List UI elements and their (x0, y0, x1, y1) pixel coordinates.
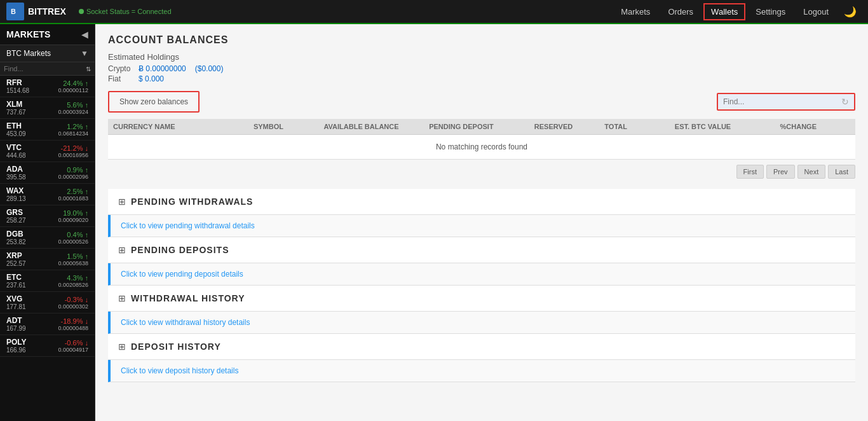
sidebar-item-grs[interactable]: GRS 258.27 19.0% ↑ 0.00009020 (0, 205, 95, 227)
section-expand-icon: ⊞ (118, 197, 126, 207)
section-header-withdrawal-history[interactable]: ⊞ WITHDRAWAL HISTORY (108, 286, 855, 312)
next-page-button[interactable]: Next (797, 165, 826, 179)
market-change: 2.5% ↑ (58, 188, 88, 195)
sidebar-item-eth[interactable]: ETH 453.09 1.2% ↑ 0.06814234 (0, 119, 95, 141)
market-change: 1.2% ↑ (58, 123, 88, 130)
sidebar-item-poly[interactable]: POLY 166.96 -0.6% ↓ 0.00004917 (0, 335, 95, 357)
col-symbol: SYMBOL (254, 123, 323, 130)
market-name: ADT (6, 316, 26, 325)
sidebar-item-ada[interactable]: ADA 395.58 0.9% ↑ 0.00002096 (0, 162, 95, 184)
market-price: 166.96 (6, 347, 27, 354)
show-zero-balances-button[interactable]: Show zero balances (108, 91, 200, 113)
col-available-balance: AVAILABLE BALANCE (323, 123, 429, 130)
sidebar-header: MARKETS ◀ (0, 24, 95, 45)
section-header-deposit-history[interactable]: ⊞ DEPOSIT HISTORY (108, 334, 855, 360)
market-price: 395.58 (6, 174, 26, 181)
section-deposit-history: ⊞ DEPOSIT HISTORY Click to view deposit … (108, 334, 855, 382)
section-expand-icon: ⊞ (118, 293, 126, 303)
market-change: 24.4% ↑ (58, 79, 88, 87)
crypto-usd-value: ($0.000) (195, 64, 224, 73)
section-body-pending-withdrawals[interactable]: Click to view pending withdrawal details (108, 215, 855, 237)
toolbar-row: Show zero balances ↻ (108, 91, 855, 113)
sidebar-item-xrp[interactable]: XRP 252.57 1.5% ↑ 0.00005638 (0, 249, 95, 270)
sidebar-item-vtc[interactable]: VTC 444.68 -21.2% ↓ 0.00016956 (0, 141, 95, 162)
nav-wallets[interactable]: Wallets (703, 3, 745, 20)
section-title-withdrawal-history: WITHDRAWAL HISTORY (131, 293, 245, 303)
nav-markets[interactable]: Markets (613, 3, 658, 20)
market-change: 19.0% ↑ (58, 209, 88, 217)
main-layout: MARKETS ◀ BTC Markets ▼ ⇅ RFR 1514.68 24… (0, 24, 868, 421)
market-btc: 0.00002096 (58, 174, 88, 180)
market-selector-arrow-icon: ▼ (81, 49, 88, 58)
section-title-deposit-history: DEPOSIT HISTORY (131, 342, 221, 352)
sidebar-item-rfr[interactable]: RFR 1514.68 24.4% ↑ 0.00000112 (0, 76, 95, 97)
col-reserved: RESERVED (534, 123, 604, 130)
sidebar-item-xvg[interactable]: XVG 177.81 -0.3% ↓ 0.00000302 (0, 292, 95, 314)
section-pending-deposits: ⊞ PENDING DEPOSITS Click to view pending… (108, 237, 855, 286)
market-btc: 0.00000526 (58, 238, 88, 245)
first-page-button[interactable]: First (736, 165, 764, 179)
theme-toggle-icon[interactable]: 🌙 (839, 6, 862, 18)
sidebar-search-arrow-icon[interactable]: ⇅ (86, 66, 91, 72)
market-price: 444.68 (6, 152, 26, 159)
market-btc: 0.00004917 (58, 347, 88, 353)
wallet-search-input[interactable] (723, 97, 837, 106)
sidebar-item-xlm[interactable]: XLM 737.67 5.6% ↑ 0.00003924 (0, 97, 95, 119)
crypto-btc-value: Ƀ 0.00000000 (139, 64, 186, 73)
sidebar-item-adt[interactable]: ADT 167.99 -18.9% ↓ 0.00000488 (0, 314, 95, 335)
market-selector[interactable]: BTC Markets ▼ (0, 45, 95, 62)
section-title-pending-deposits: PENDING DEPOSITS (131, 245, 229, 255)
section-header-pending-withdrawals[interactable]: ⊞ PENDING WITHDRAWALS (108, 189, 855, 215)
section-title-pending-withdrawals: PENDING WITHDRAWALS (131, 197, 253, 207)
section-header-pending-deposits[interactable]: ⊞ PENDING DEPOSITS (108, 237, 855, 263)
market-name: XLM (6, 100, 26, 109)
balances-table: CURRENCY NAME SYMBOL AVAILABLE BALANCE P… (108, 119, 855, 160)
market-selector-label: BTC Markets (6, 49, 51, 58)
sidebar-collapse-btn[interactable]: ◀ (81, 29, 88, 39)
sidebar-item-etc[interactable]: ETC 237.61 4.3% ↑ 0.00208526 (0, 270, 95, 292)
market-name: WAX (6, 186, 26, 195)
section-withdrawal-history: ⊞ WITHDRAWAL HISTORY Click to view withd… (108, 286, 855, 334)
sidebar-search-input[interactable] (4, 65, 86, 72)
market-name: ADA (6, 165, 26, 174)
fiat-value: $ 0.000 (139, 74, 164, 83)
table-header: CURRENCY NAME SYMBOL AVAILABLE BALANCE P… (108, 119, 855, 135)
market-price: 177.81 (6, 303, 26, 310)
market-btc: 0.00005638 (58, 260, 88, 266)
col-pct-change: %CHANGE (780, 123, 850, 130)
market-btc: 0.00009020 (58, 217, 88, 223)
market-price: 258.27 (6, 217, 26, 224)
sidebar-item-wax[interactable]: WAX 289.13 2.5% ↑ 0.00001683 (0, 184, 95, 205)
last-page-button[interactable]: Last (828, 165, 855, 179)
fiat-row: Fiat $ 0.000 (108, 74, 855, 83)
pagination: First Prev Next Last (108, 165, 855, 179)
col-total: TOTAL (604, 123, 674, 130)
prev-page-button[interactable]: Prev (766, 165, 795, 179)
market-name: XRP (6, 251, 26, 260)
market-price: 737.67 (6, 109, 26, 116)
market-change: -0.3% ↓ (58, 296, 88, 303)
wallet-search-area: ↻ (717, 93, 855, 111)
market-name: POLY (6, 338, 27, 347)
market-name: ETH (6, 121, 26, 130)
market-change: -18.9% ↓ (58, 317, 88, 325)
market-name: DGB (6, 230, 26, 238)
section-body-pending-deposits[interactable]: Click to view pending deposit details (108, 263, 855, 286)
sidebar: MARKETS ◀ BTC Markets ▼ ⇅ RFR 1514.68 24… (0, 24, 95, 421)
section-body-deposit-history[interactable]: Click to view deposit history details (108, 360, 855, 382)
section-body-withdrawal-history[interactable]: Click to view withdrawal history details (108, 312, 855, 334)
nav-settings[interactable]: Settings (748, 3, 793, 20)
crypto-row: Crypto Ƀ 0.00000000 ($0.000) (108, 64, 855, 73)
nav-logout[interactable]: Logout (796, 3, 836, 20)
market-change: 4.3% ↑ (58, 274, 88, 282)
col-est-btc-value: EST. BTC VALUE (675, 123, 780, 130)
market-name: RFR (6, 78, 29, 87)
market-price: 167.99 (6, 325, 26, 332)
market-btc: 0.00000112 (58, 87, 88, 93)
sidebar-item-dgb[interactable]: DGB 253.82 0.4% ↑ 0.00000526 (0, 227, 95, 249)
logo: B BITTREX (6, 3, 66, 20)
market-name: GRS (6, 208, 26, 217)
nav-orders[interactable]: Orders (660, 3, 701, 20)
market-btc: 0.00016956 (58, 152, 88, 158)
refresh-icon[interactable]: ↻ (841, 97, 849, 107)
